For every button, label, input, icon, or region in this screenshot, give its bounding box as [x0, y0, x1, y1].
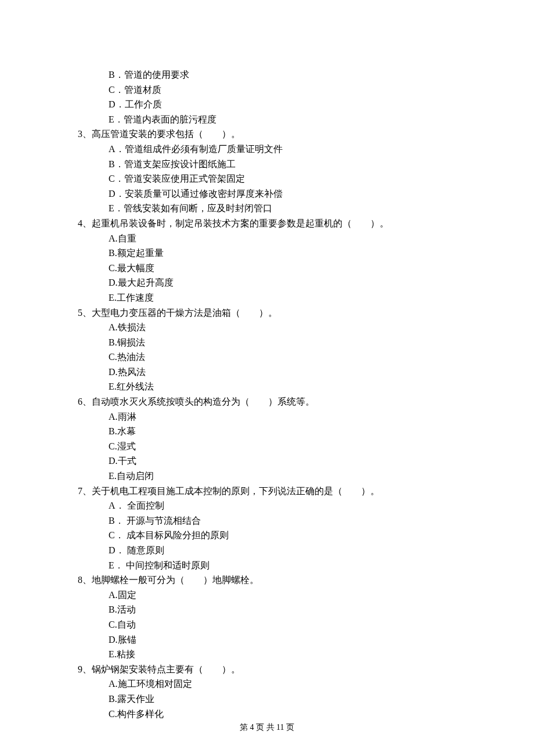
option-line: E.红外线法	[78, 379, 470, 394]
option-letter: B	[109, 426, 115, 436]
option-letter: D	[109, 278, 116, 287]
option-text: .热油法	[115, 352, 145, 362]
option-letter: D	[109, 189, 116, 199]
option-letter: C	[109, 441, 115, 451]
option-text: ．管线安装如有间断，应及时封闭管口	[114, 203, 272, 213]
option-letter: C	[109, 620, 115, 629]
option-text: .铁损法	[116, 322, 146, 332]
option-letter: A	[109, 412, 116, 422]
option-line: D．工作介质	[78, 97, 470, 112]
question-text: 、自动喷水灭火系统按喷头的构造分为（ ）系统等。	[82, 397, 315, 406]
option-text: .干式	[116, 456, 136, 466]
option-text: .工作速度	[114, 293, 154, 303]
option-text: .施工环境相对固定	[116, 679, 192, 689]
option-text: .自动	[115, 620, 136, 629]
option-letter: E	[109, 381, 114, 391]
option-letter: C	[109, 709, 115, 719]
option-line: E.工作速度	[78, 290, 470, 305]
option-line: E.自动启闭	[78, 469, 470, 484]
option-letter: C	[109, 174, 115, 183]
option-letter: E	[109, 293, 114, 303]
question-number: 3	[78, 129, 82, 139]
option-line: B．管道支架应按设计图纸施工	[78, 157, 470, 172]
option-line: C.热油法	[78, 350, 470, 365]
option-line: C.自动	[78, 617, 470, 632]
option-letter: B	[109, 337, 115, 347]
option-line: B.铜损法	[78, 335, 470, 350]
question-number: 9	[78, 664, 82, 674]
option-text: ．管道内表面的脏污程度	[114, 114, 217, 124]
option-text: ．工作介质	[116, 99, 162, 109]
option-line: D．安装质量可以通过修改密封厚度来补偿	[78, 186, 470, 201]
option-letter: B	[109, 694, 115, 704]
question-text: 、锅炉钢架安装特点主要有（ ）。	[82, 664, 240, 674]
option-letter: A	[109, 144, 116, 154]
question-text: 、起重机吊装设备时，制定吊装技术方案的重要参数是起重机的（ ）。	[82, 218, 389, 228]
question-number: 6	[78, 397, 82, 406]
option-letter: A	[109, 590, 116, 600]
option-line: B.水幕	[78, 424, 470, 439]
option-text: ．管道材质	[115, 85, 161, 95]
option-letter: E	[109, 114, 114, 124]
option-line: A． 全面控制	[78, 498, 470, 513]
footer-current: 4	[250, 723, 254, 732]
option-letter: E	[109, 560, 114, 570]
option-text: .活动	[115, 604, 136, 614]
option-letter: E	[109, 471, 114, 481]
option-letter: A	[109, 233, 116, 243]
option-text: .构件多样化	[115, 709, 164, 719]
option-line: E．管道内表面的脏污程度	[78, 112, 470, 127]
option-letter: C	[109, 352, 115, 362]
option-line: D． 随意原则	[78, 543, 470, 558]
option-text: .粘接	[114, 649, 135, 659]
option-text: .自动启闭	[114, 471, 154, 481]
option-text: ． 中间控制和适时原则	[114, 560, 210, 570]
question-text: 、地脚螺栓一般可分为（ ）地脚螺栓。	[82, 575, 259, 585]
option-letter: D	[109, 545, 116, 555]
option-line: D.最大起升高度	[78, 275, 470, 290]
option-line: B.露天作业	[78, 692, 470, 707]
option-text: .最大起升高度	[116, 278, 174, 287]
option-line: D.干式	[78, 453, 470, 469]
option-line: B.额定起重量	[78, 246, 470, 261]
question-stem: 3、高压管道安装的要求包括（ ）。	[78, 127, 470, 142]
question-number: 8	[78, 575, 82, 585]
option-text: .红外线法	[114, 381, 154, 391]
question-text: 、关于机电工程项目施工成本控制的原则，下列说法正确的是（ ）。	[82, 486, 380, 496]
option-line: A.固定	[78, 588, 470, 603]
option-line: C．管道安装应使用正式管架固定	[78, 171, 470, 186]
option-letter: C	[109, 85, 115, 95]
option-text: .胀锚	[116, 635, 136, 645]
footer-suffix: 页	[284, 723, 294, 732]
option-text: ．管道安装应使用正式管架固定	[115, 174, 245, 183]
option-text: ．管道的使用要求	[115, 70, 189, 80]
option-line: A．管道组成件必须有制造厂质量证明文件	[78, 142, 470, 157]
page-footer: 第 4 页 共 11 页	[0, 721, 534, 734]
option-text: .自重	[116, 233, 136, 243]
option-line: E． 中间控制和适时原则	[78, 558, 470, 573]
option-text: .固定	[116, 590, 136, 600]
option-letter: C	[109, 530, 115, 540]
question-number: 7	[78, 486, 82, 496]
option-letter: B	[109, 516, 115, 525]
option-line: E．管线安装如有间断，应及时封闭管口	[78, 201, 470, 216]
option-text: .额定起重量	[115, 248, 164, 258]
option-letter: D	[109, 635, 116, 645]
option-line: C．管道材质	[78, 82, 470, 98]
question-number: 5	[78, 308, 82, 318]
option-text: .铜损法	[115, 337, 145, 347]
option-text: .热风法	[116, 367, 146, 377]
question-text: 、高压管道安装的要求包括（ ）。	[82, 129, 240, 139]
option-line: D.胀锚	[78, 632, 470, 647]
option-line: A.自重	[78, 231, 470, 246]
option-text: ． 开源与节流相结合	[115, 516, 201, 525]
option-letter: B	[109, 159, 115, 169]
option-line: B． 开源与节流相结合	[78, 513, 470, 528]
option-line: B.活动	[78, 602, 470, 617]
option-line: C.构件多样化	[78, 707, 470, 722]
option-letter: C	[109, 263, 115, 273]
option-text: .雨淋	[116, 412, 136, 422]
question-stem: 5、大型电力变压器的干燥方法是油箱（ ）。	[78, 305, 470, 321]
option-line: A.雨淋	[78, 409, 470, 424]
option-text: ．管道组成件必须有制造厂质量证明文件	[116, 144, 283, 154]
